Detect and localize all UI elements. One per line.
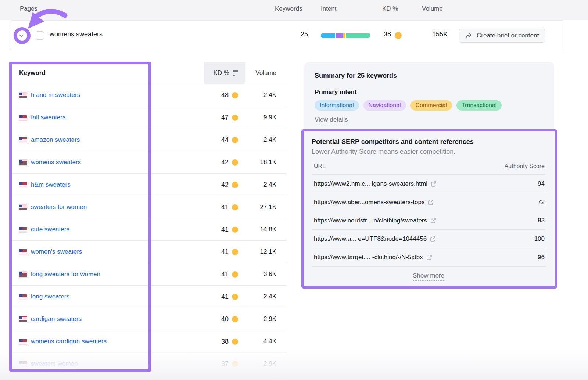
us-flag-icon (19, 115, 27, 120)
kd-cell: 41 (204, 293, 245, 301)
authority-score-column-header: Authority Score (505, 163, 545, 170)
chevron-down-icon (18, 33, 24, 39)
volume-cell: 2.4K (245, 136, 287, 144)
keyword-table-row: amazon sweaters 44 2.4K (10, 129, 287, 151)
serp-result-row: https://www.nordstr... n/clothing/sweate… (312, 211, 545, 230)
kd-cell: 44 (204, 136, 245, 144)
us-flag-icon (19, 272, 27, 277)
keyword-link[interactable]: women's sweaters (31, 248, 82, 256)
keyword-table-row: womens sweaters 42 18.1K (10, 151, 287, 173)
kd-difficulty-dot-icon (232, 182, 238, 188)
authority-score-value: 83 (538, 217, 545, 224)
keyword-cell: h and m sweaters (10, 91, 204, 99)
show-more-link[interactable]: Show more (413, 272, 444, 281)
kd-cell: 41 (204, 226, 245, 234)
keyword-cell: cardigan sweaters (10, 315, 204, 323)
expand-row-button[interactable] (14, 29, 28, 42)
create-brief-label: Create brief or content (477, 32, 539, 39)
result-url: https://www.target.... -clothing/-/N-5xt… (314, 254, 423, 261)
kd-value: 42 (221, 181, 229, 189)
kd-difficulty-dot-icon (395, 32, 402, 39)
kd-cell: 48 (204, 91, 245, 99)
intent-badge-commercial: Commercial (410, 100, 452, 111)
keyword-table-row: cute sweaters 41 14.8K (10, 218, 287, 240)
list-header: Pages KeywordsIntentKD %Volume (0, 0, 588, 20)
commercial-intent-segment (343, 33, 345, 38)
keyword-cell: long sweaters (10, 293, 204, 300)
keyword-link[interactable]: amazon sweaters (31, 136, 80, 144)
kd-cell: 42 (204, 159, 245, 166)
keyword-link[interactable]: h and m sweaters (31, 91, 80, 99)
authority-score-value: 96 (538, 254, 545, 261)
keyword-cell: women's sweaters (10, 248, 204, 256)
keyword-link[interactable]: womens cardigan sweaters (31, 338, 107, 345)
keyword-link[interactable]: cardigan sweaters (31, 315, 82, 323)
kd-value: 38 (221, 338, 229, 345)
us-flag-icon (19, 160, 27, 165)
kd-value: 37 (221, 360, 229, 368)
keyword-link[interactable]: sweaters for women (31, 203, 87, 211)
keyword-cell: womens sweaters (10, 159, 204, 166)
volume-cell: 2.9K (245, 315, 287, 323)
volume-cell: 14.8K (245, 226, 287, 233)
kd-value: 40 (221, 315, 229, 323)
kd-column-header-sort[interactable]: KD % (204, 62, 245, 84)
url-column-header: URL (314, 163, 326, 170)
kd-value: 42 (221, 159, 229, 166)
forward-arrow-icon (465, 32, 473, 39)
column-label-volume: Volume (422, 5, 443, 12)
kd-value: 47 (221, 114, 229, 122)
keyword-table-row: cardigan sweaters 40 2.9K (10, 308, 287, 330)
kd-value: 48 (221, 91, 229, 99)
transactional-intent-segment (346, 33, 370, 38)
keyword-link[interactable]: h&m sweaters (31, 181, 71, 188)
column-label-kd: KD % (382, 5, 398, 12)
keyword-link[interactable]: womens sweaters (31, 159, 81, 166)
external-link-icon[interactable] (426, 254, 432, 260)
volume-cell: 4.4K (245, 338, 287, 345)
kd-cell: 41 (204, 248, 245, 256)
keyword-table-body: h and m sweaters 48 2.4K fall sweaters 4… (10, 84, 287, 375)
kd-difficulty-dot-icon (232, 271, 238, 278)
keyword-link[interactable]: sweaters women (31, 360, 78, 368)
authority-score-value: 94 (538, 180, 545, 188)
page-row-card: womens sweaters 25 38 155K Create brief … (10, 20, 564, 50)
keyword-link[interactable]: long sweaters for women (31, 271, 100, 278)
summary-panel: Summary for 25 keywords Primary intent I… (304, 62, 554, 129)
sort-descending-icon (233, 70, 238, 76)
external-link-icon[interactable] (430, 218, 436, 224)
serp-competitors-panel: Potential SERP competitors and content r… (301, 129, 557, 289)
us-flag-icon (19, 339, 27, 344)
volume-cell: 2.4K (245, 91, 287, 99)
keyword-link[interactable]: fall sweaters (31, 114, 65, 121)
intent-badge-transactional: Transactional (456, 100, 502, 111)
us-flag-icon (19, 249, 27, 255)
keyword-cell: womens cardigan sweaters (10, 338, 204, 345)
external-link-icon[interactable] (430, 236, 436, 242)
create-brief-button[interactable]: Create brief or content (459, 29, 545, 43)
kd-difficulty-dot-icon (232, 115, 238, 121)
summary-title: Summary for 25 keywords (315, 72, 544, 80)
intent-badge-informational: Informational (315, 100, 359, 111)
kd-cell: 40 (204, 315, 245, 323)
pages-column-label: Pages (20, 5, 37, 12)
keyword-cell: cute sweaters (10, 226, 204, 233)
us-flag-icon (19, 227, 27, 232)
volume-cell: 18.1K (245, 159, 287, 166)
keyword-table-row: women's sweaters 41 12.1K (10, 240, 287, 263)
keyword-table-row: h and m sweaters 48 2.4K (10, 84, 287, 106)
external-link-icon[interactable] (431, 181, 437, 187)
us-flag-icon (19, 294, 27, 300)
kd-difficulty-dot-icon (232, 204, 238, 210)
kd-difficulty-dot-icon (232, 361, 238, 367)
view-details-link[interactable]: View details (315, 116, 348, 124)
primary-intent-label: Primary intent (315, 88, 544, 96)
row-checkbox[interactable] (36, 31, 44, 40)
serp-result-row: https://www.aber...omens-sweaters-tops 7… (312, 193, 545, 211)
keyword-table-row: womens cardigan sweaters 38 4.4K (10, 330, 287, 352)
keyword-link[interactable]: cute sweaters (31, 226, 69, 233)
kd-value: 41 (221, 293, 229, 301)
keyword-link[interactable]: long sweaters (31, 293, 69, 300)
external-link-icon[interactable] (428, 199, 434, 205)
column-label-intent: Intent (321, 5, 337, 12)
